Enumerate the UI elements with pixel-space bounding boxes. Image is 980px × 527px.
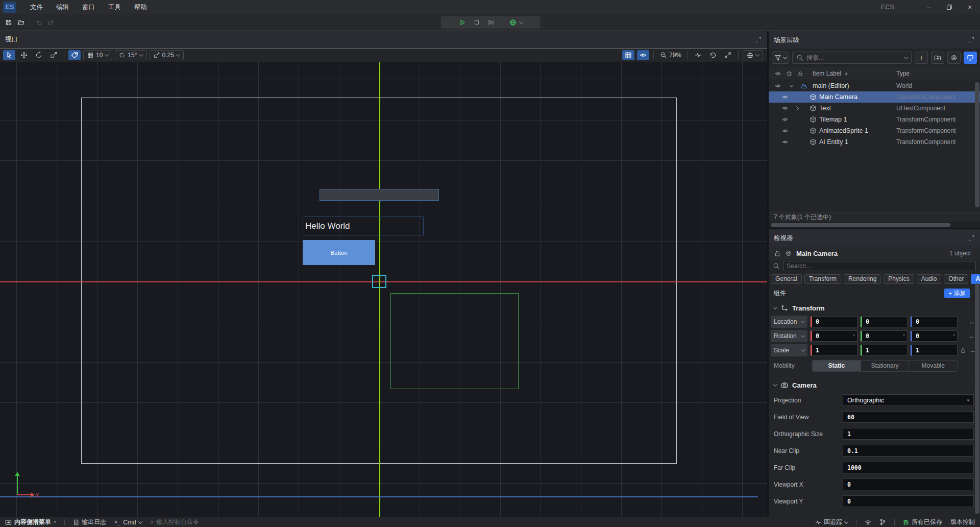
visibility-button[interactable] bbox=[637, 50, 649, 60]
lock-open-icon[interactable] bbox=[774, 250, 781, 257]
new-folder-button[interactable] bbox=[931, 52, 944, 64]
inspector-expand-icon[interactable] bbox=[968, 234, 975, 242]
globe-dropdown-chevron[interactable] bbox=[519, 19, 523, 23]
scene-button-widget[interactable]: Button bbox=[303, 240, 375, 265]
location-x-input[interactable]: 0 bbox=[810, 316, 857, 327]
step-forward-icon[interactable] bbox=[487, 19, 495, 26]
tab-audio[interactable]: Audio bbox=[917, 274, 942, 284]
far-clip-input[interactable]: 1000 bbox=[843, 462, 974, 473]
view-mode-button[interactable] bbox=[964, 52, 977, 64]
source-control-button[interactable] bbox=[879, 519, 886, 525]
eye-icon[interactable] bbox=[782, 128, 788, 134]
open-folder-icon[interactable] bbox=[17, 19, 24, 26]
scale-z-input[interactable]: 1 bbox=[910, 345, 958, 356]
scale-y-input[interactable]: 1 bbox=[860, 345, 908, 356]
output-log-button[interactable]: 输出日志 bbox=[73, 518, 106, 526]
link-values-icon[interactable]: ↔ bbox=[969, 332, 975, 340]
tab-physics[interactable]: Physics bbox=[884, 274, 914, 284]
tree-row-ai-entity[interactable]: AI Entity 1 TransformComponent bbox=[769, 136, 980, 148]
eye-icon[interactable] bbox=[782, 116, 788, 123]
scene-panel-outline[interactable] bbox=[390, 293, 519, 389]
tab-all[interactable]: All bbox=[971, 274, 980, 284]
menu-tools[interactable]: 工具 bbox=[102, 0, 128, 14]
undo-icon[interactable] bbox=[35, 19, 42, 26]
stats-button[interactable] bbox=[692, 50, 704, 60]
reset-view-button[interactable] bbox=[707, 50, 719, 60]
viewport-y-input[interactable]: 0 bbox=[843, 495, 974, 507]
stop-icon[interactable] bbox=[473, 19, 480, 26]
eye-column-icon[interactable] bbox=[775, 70, 781, 77]
hierarchy-search[interactable] bbox=[792, 52, 912, 64]
globe-icon[interactable] bbox=[509, 19, 517, 26]
mobility-stationary[interactable]: Stationary bbox=[861, 361, 910, 371]
tree-row-text[interactable]: Text UITextComponent bbox=[769, 103, 980, 114]
app-logo[interactable]: ES bbox=[3, 2, 16, 13]
near-clip-input[interactable]: 0.1 bbox=[843, 445, 974, 457]
location-z-input[interactable]: 0 bbox=[910, 316, 958, 327]
eye-icon[interactable] bbox=[782, 139, 788, 145]
tab-general[interactable]: General bbox=[771, 274, 802, 284]
inspector-vscrollbar[interactable] bbox=[975, 283, 979, 514]
hierarchy-expand-icon[interactable] bbox=[968, 36, 975, 43]
menu-window[interactable]: 窗口 bbox=[76, 0, 102, 14]
hierarchy-settings-button[interactable] bbox=[947, 52, 961, 64]
tree-row-animatedsprite[interactable]: AnimatedSprite 1 TransformComponent bbox=[769, 125, 980, 136]
expand-chevron[interactable] bbox=[795, 106, 799, 110]
zoom-control[interactable]: 79% bbox=[658, 50, 683, 60]
rotation-z-input[interactable]: 0° bbox=[910, 330, 958, 342]
select-tool-button[interactable] bbox=[3, 50, 15, 60]
viewport-expand-icon[interactable] bbox=[755, 36, 762, 43]
hierarchy-search-input[interactable] bbox=[806, 54, 901, 61]
move-tool-button[interactable] bbox=[18, 50, 30, 60]
cmd-selector[interactable]: >_ Cmd bbox=[114, 519, 141, 526]
scale-label-dropdown[interactable]: Scale bbox=[771, 344, 807, 356]
orthographic-size-input[interactable]: 1 bbox=[843, 428, 974, 440]
show-grid-button[interactable] bbox=[622, 50, 634, 60]
play-icon[interactable] bbox=[459, 19, 466, 26]
scene-text-widget[interactable]: Hello World bbox=[303, 217, 424, 235]
trace-button[interactable]: 回追踪 bbox=[815, 518, 848, 526]
lock-column-icon[interactable] bbox=[797, 70, 803, 77]
maximize-button[interactable] bbox=[939, 0, 960, 14]
camera-section-header[interactable]: Camera bbox=[769, 378, 980, 392]
rotation-snap-dropdown[interactable]: 15° bbox=[115, 50, 146, 60]
gear-icon[interactable] bbox=[785, 250, 792, 257]
menu-edit[interactable]: 编辑 bbox=[50, 0, 76, 14]
hscrollbar-thumb[interactable] bbox=[771, 223, 950, 227]
field-of-view-input[interactable]: 60 bbox=[843, 411, 974, 423]
mobility-movable[interactable]: Movable bbox=[909, 361, 957, 371]
console-input[interactable]: > 输入控制台命令 bbox=[150, 518, 199, 526]
viewport-x-input[interactable]: 0 bbox=[843, 478, 974, 490]
network-status[interactable] bbox=[865, 519, 871, 525]
save-icon[interactable] bbox=[5, 19, 12, 26]
tree-row-main[interactable]: main (Editor) World bbox=[769, 80, 980, 91]
inspector-search-box[interactable] bbox=[783, 261, 976, 271]
snap-tool-button[interactable] bbox=[68, 50, 81, 60]
minimize-button[interactable]: – bbox=[919, 0, 939, 14]
scale-snap-dropdown[interactable]: 0.25 bbox=[150, 50, 184, 60]
lock-open-icon[interactable] bbox=[960, 347, 966, 353]
tree-row-main-camera[interactable]: Main Camera TransformComponent bbox=[769, 91, 980, 103]
star-column-icon[interactable] bbox=[786, 70, 792, 77]
eye-icon[interactable] bbox=[775, 83, 781, 89]
content-drawer-button[interactable]: 内容侧滑菜单 ^ bbox=[5, 518, 56, 526]
rotation-x-input[interactable]: 0° bbox=[810, 330, 857, 342]
hierarchy-hscrollbar[interactable] bbox=[769, 222, 980, 228]
scene-canvas[interactable]: Hello World Button x bbox=[0, 62, 767, 517]
all-saved-status[interactable]: 所有已保存 bbox=[903, 518, 942, 526]
projection-dropdown[interactable]: Orthographic ▾ bbox=[843, 394, 974, 406]
tree-row-tilemap[interactable]: Tilemap 1 TransformComponent bbox=[769, 114, 980, 125]
location-label-dropdown[interactable]: Location bbox=[771, 316, 807, 328]
tab-rendering[interactable]: Rendering bbox=[844, 274, 881, 284]
eye-icon[interactable] bbox=[782, 105, 788, 111]
link-values-icon[interactable]: ↔ bbox=[969, 318, 975, 325]
world-mode-dropdown[interactable] bbox=[743, 50, 763, 60]
close-button[interactable]: × bbox=[960, 0, 980, 14]
scale-tool-button[interactable] bbox=[47, 50, 60, 60]
location-y-input[interactable]: 0 bbox=[860, 316, 908, 327]
rotation-label-dropdown[interactable]: Rotation bbox=[771, 330, 807, 342]
hierarchy-vscrollbar[interactable] bbox=[975, 82, 979, 207]
scene-slider-widget[interactable] bbox=[320, 189, 439, 201]
filter-button[interactable] bbox=[772, 52, 789, 64]
add-component-button[interactable]: + 添加 bbox=[944, 289, 970, 298]
